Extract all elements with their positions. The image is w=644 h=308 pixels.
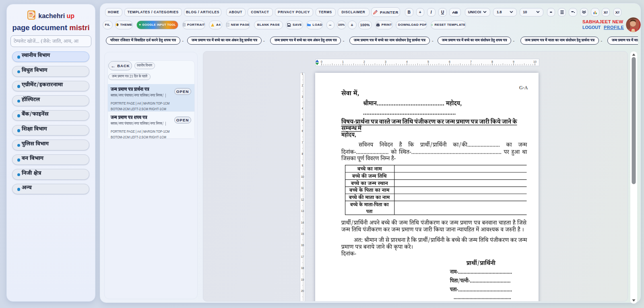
svg-text:6: 6: [449, 60, 450, 63]
svg-text:4: 4: [406, 60, 408, 63]
svg-text:7: 7: [470, 60, 472, 63]
svg-text:8: 8: [491, 60, 493, 63]
svg-text:9: 9: [513, 60, 514, 63]
svg-text:3: 3: [385, 60, 386, 63]
svg-text:10: 10: [533, 60, 537, 63]
svg-text:1: 1: [302, 73, 303, 75]
svg-text:2: 2: [363, 60, 365, 63]
svg-text:1: 1: [342, 60, 344, 63]
svg-text:5: 5: [427, 60, 429, 63]
svg-text:0: 0: [321, 60, 322, 63]
svg-text:21: 21: [301, 301, 304, 302]
